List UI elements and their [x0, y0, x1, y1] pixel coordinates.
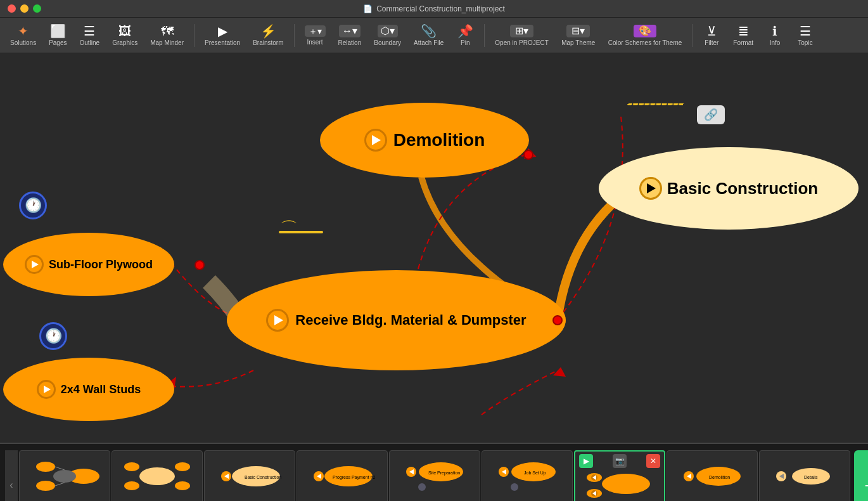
scroll-left-button[interactable]: ‹	[5, 450, 18, 501]
canvas: 🕐 🕐 ＋ − Demolition Basic Construction Re…	[0, 53, 868, 443]
receive-play-button[interactable]	[266, 309, 289, 332]
thumb-progress-payment[interactable]: Progress Payment #2 Progress Payment #2	[297, 450, 388, 501]
thumb-preliminary-details[interactable]: Preliminary Details	[19, 450, 110, 501]
toolbar-outline[interactable]: ☰ Outline	[75, 20, 105, 51]
basic-construction-play-button[interactable]	[639, 177, 662, 200]
toolbar-pages[interactable]: ⬜ Pages	[44, 20, 72, 51]
thumb-preview-8: Demolition	[667, 451, 757, 501]
filmstrip: ‹ Preliminary Details Map Ba	[0, 443, 868, 501]
format-icon: ≣	[738, 25, 749, 37]
svg-text:Progress Payment #2: Progress Payment #2	[333, 475, 375, 480]
node-receive[interactable]: Receive Bldg. Material & Dumpster	[227, 270, 566, 370]
demolition-label: Demolition	[393, 130, 485, 150]
toolbar-filter[interactable]: ⊻ Filter	[698, 20, 725, 51]
thumb-map-basic-construction[interactable]: Map Basic Construction	[112, 450, 203, 501]
connection-dot-1	[523, 150, 533, 160]
map-theme-icon: ⊟▾	[566, 25, 590, 37]
brainstorm-icon: ⚡	[260, 25, 276, 37]
thumb-camera-control[interactable]: 📷	[613, 454, 627, 468]
svg-point-13	[175, 481, 190, 490]
svg-point-9	[139, 467, 175, 485]
basic-construction-label: Basic Construction	[667, 179, 818, 198]
node-demolition[interactable]: Demolition	[320, 103, 529, 178]
title-bar: 📄 Commercial Construction_multiproject	[0, 0, 868, 18]
thumb-job-set-up[interactable]: Job Set Up Job Set Up	[482, 450, 573, 501]
svg-text:Job Set Up: Job Set Up	[524, 471, 546, 476]
svg-marker-2	[553, 367, 566, 377]
toolbar-format[interactable]: ≣ Format	[728, 20, 758, 51]
toolbar-separator-1	[194, 24, 195, 47]
graphics-icon: 🖼	[118, 25, 131, 37]
demolition-play-button[interactable]	[364, 129, 387, 152]
receive-label: Receive Bldg. Material & Dumpster	[295, 312, 526, 329]
thumb-demolition[interactable]: Demolition Demolition	[667, 450, 758, 501]
toolbar-presentation[interactable]: ▶ Presentation	[200, 20, 245, 51]
mapminder-icon: 🗺	[161, 25, 174, 37]
svg-text:Site Preparation: Site Preparation	[428, 471, 460, 476]
thumb-preview-2	[112, 451, 202, 501]
svg-text:Details: Details	[804, 475, 818, 479]
solutions-icon: ✦	[18, 25, 29, 37]
thumb-preview-9: Details	[760, 451, 850, 501]
close-button[interactable]	[8, 4, 16, 13]
toolbar-relation[interactable]: ↔▾ Relation	[333, 20, 367, 51]
presentation-icon: ▶	[218, 25, 227, 37]
thumb-basic-construction[interactable]: Basic Construction Basic Construction	[204, 450, 295, 501]
node-subfloor[interactable]: Sub-Floor Plywood	[3, 233, 174, 296]
svg-point-26	[418, 483, 426, 491]
subfloor-play-button[interactable]	[25, 255, 44, 274]
toolbar-graphics[interactable]: 🖼 Graphics	[107, 20, 143, 51]
toolbar-topic[interactable]: ☰ Topic	[791, 20, 819, 51]
bracket-top	[627, 103, 684, 105]
thumb-receive-bldg[interactable]: ▶ 📷 ✕ Receive Bldg. Material...	[574, 450, 665, 501]
bracket-line	[279, 231, 323, 233]
thumb-active-controls: ▶ 📷 ✕	[575, 454, 664, 468]
toolbar-solutions[interactable]: ✦ Solutions	[5, 20, 41, 51]
thumb-close-control[interactable]: ✕	[646, 454, 660, 468]
clock-icon-1: 🕐	[19, 192, 47, 219]
toolbar-info[interactable]: ℹ Info	[761, 20, 789, 51]
toolbar: ✦ Solutions ⬜ Pages ☰ Outline 🖼 Graphics…	[0, 18, 868, 53]
topic-icon: ☰	[800, 25, 811, 37]
toolbar-insert[interactable]: ＋▾ Insert	[300, 20, 331, 51]
play-icon	[372, 135, 381, 145]
svg-point-32	[602, 474, 650, 494]
toolbar-brainstorm[interactable]: ⚡ Brainstorm	[248, 20, 288, 51]
thumb-preview-5: Site Preparation	[390, 451, 480, 501]
filter-icon: ⊻	[707, 25, 717, 37]
thumb-play-control[interactable]: ▶	[579, 454, 593, 468]
toolbar-open-project[interactable]: ⊞▾ Open in PROJECT	[490, 20, 553, 51]
thumb-details[interactable]: Details Details	[759, 450, 850, 501]
node-wall-studs[interactable]: 2x4 Wall Studs	[3, 358, 174, 421]
svg-line-6	[55, 467, 65, 470]
wall-studs-label: 2x4 Wall Studs	[61, 383, 141, 396]
relation-icon: ↔▾	[339, 25, 361, 37]
toolbar-map-theme[interactable]: ⊟▾ Map Theme	[556, 20, 601, 51]
toolbar-separator-4	[692, 24, 692, 47]
window-title: 📄 Commercial Construction_multiproject	[363, 4, 505, 13]
wall-studs-play-button[interactable]	[37, 380, 56, 399]
toolbar-color-schemes[interactable]: 🎨 Color Schemes for Theme	[603, 20, 687, 51]
bracket-decoration: ⌒	[280, 217, 298, 241]
toolbar-mapminder[interactable]: 🗺 Map Minder	[145, 20, 189, 51]
svg-point-10	[124, 462, 139, 471]
color-schemes-icon: 🎨	[634, 25, 656, 37]
svg-point-11	[124, 481, 139, 490]
node-basic-construction[interactable]: Basic Construction	[599, 147, 858, 230]
thumb-preview-7	[575, 468, 664, 501]
add-page-button[interactable]: ＋	[854, 450, 868, 501]
minimize-button[interactable]	[20, 4, 29, 13]
play-icon	[274, 315, 283, 325]
toolbar-boundary[interactable]: ⬡▾ Boundary	[369, 20, 406, 51]
chain-link-icon: 🔗	[697, 105, 725, 124]
svg-line-7	[55, 483, 65, 486]
toolbar-pin[interactable]: 📌 Pin	[451, 20, 479, 51]
svg-text:Basic Construction: Basic Construction	[245, 475, 281, 479]
thumb-site-preparation[interactable]: Site Preparation Site Preparation	[389, 450, 480, 501]
maximize-button[interactable]	[33, 4, 41, 13]
svg-point-31	[511, 483, 518, 491]
play-icon	[647, 183, 656, 193]
info-icon: ℹ	[772, 25, 777, 37]
window-controls	[8, 4, 41, 13]
toolbar-attach-file[interactable]: 📎 Attach File	[409, 20, 449, 51]
